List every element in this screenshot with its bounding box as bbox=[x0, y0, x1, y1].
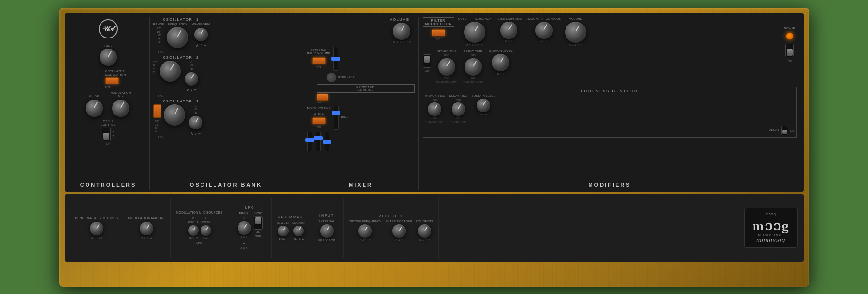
range-16: 16' bbox=[157, 30, 161, 33]
env2-label: ENV. 2 bbox=[188, 237, 198, 240]
lfo-on-label: ON bbox=[256, 230, 261, 234]
key-mode-legato-knob[interactable] bbox=[293, 226, 304, 236]
osc3-wave-tri: ∧ bbox=[190, 131, 193, 136]
filter-mod-on-label: ON bbox=[436, 38, 440, 40]
lc-attack-knob[interactable] bbox=[428, 102, 441, 116]
mod-amount-label: MODULATION AMOUNT bbox=[128, 217, 165, 220]
osc2-lo-label: LO← bbox=[158, 95, 299, 98]
glide-knob[interactable] bbox=[86, 100, 103, 117]
tune-knob[interactable] bbox=[100, 49, 117, 66]
filter-emphasis-knob[interactable] bbox=[500, 22, 517, 39]
lfo-sync-lever bbox=[255, 217, 261, 224]
lfo-wave-symbol: ∿ bbox=[242, 216, 246, 220]
noise-vol-label: NOISE VOLUME bbox=[307, 107, 331, 110]
input-external-knob[interactable] bbox=[320, 224, 334, 238]
power-toggle[interactable] bbox=[785, 44, 794, 57]
modifiers-volume-knob[interactable] bbox=[565, 22, 586, 43]
vel-loudness-knob[interactable] bbox=[418, 224, 431, 238]
lc-decay-toggle[interactable] bbox=[781, 126, 788, 135]
noise-slider[interactable] bbox=[334, 106, 339, 130]
osc3-a-label: A bbox=[113, 130, 114, 134]
osc3-mixer-slider[interactable] bbox=[325, 132, 329, 151]
osc1-range-label: RANGE bbox=[153, 23, 164, 26]
noise-white-label: WHITE bbox=[314, 112, 324, 115]
osc2-frequency-knob[interactable] bbox=[160, 61, 181, 82]
lfo-sync-toggle[interactable] bbox=[254, 216, 263, 230]
moog-brand: mɔɔg bbox=[753, 218, 790, 234]
osc3-wave-saw: / bbox=[195, 131, 196, 136]
power-on-label: ON bbox=[788, 60, 792, 63]
lc-decay-knob[interactable] bbox=[452, 102, 465, 116]
legato-label: LEGATO bbox=[292, 221, 305, 225]
osc3-control-toggle[interactable] bbox=[102, 128, 111, 141]
osc3-b-label: B bbox=[113, 135, 114, 138]
oscillator-bank-section: OSCILLATOR -1 RANGE 32' 16' 8' 4' 2' bbox=[150, 17, 303, 190]
osc-bank-section-label: OSCILLATOR BANK bbox=[190, 182, 262, 188]
decay-time-knob[interactable] bbox=[465, 58, 482, 76]
mixer-section-label: MIXER bbox=[349, 182, 373, 188]
modifiers-section-label: MODIFIERS bbox=[588, 182, 630, 188]
vel-loudness-label: LOUDNESS bbox=[416, 220, 433, 223]
modulation-mix-knob[interactable] bbox=[112, 100, 129, 117]
controllers-section-label: CONTROLLERS bbox=[80, 182, 137, 188]
lc-decay-label: DECAY TIME bbox=[449, 94, 467, 98]
bend-range-knob[interactable] bbox=[90, 222, 103, 235]
moog-company: mɔɔg bbox=[766, 212, 776, 216]
sustain-level-knob[interactable] bbox=[492, 54, 509, 71]
osc-modulation-toggle[interactable] bbox=[105, 77, 119, 84]
cutoff-frequency-knob[interactable] bbox=[464, 22, 485, 43]
attack-time-knob[interactable] bbox=[438, 58, 455, 76]
filter-contour-toggle-lever bbox=[424, 56, 430, 63]
tune-label: TUNE bbox=[104, 44, 113, 48]
osc1-waveform-label: WAVEFORM bbox=[192, 23, 210, 26]
mod-mix-osc3-knob[interactable] bbox=[188, 225, 199, 236]
ext-input-toggle[interactable] bbox=[312, 57, 326, 64]
osc1-freq-label: FREQUENCY bbox=[168, 23, 187, 26]
noise-source-label: NOISE bbox=[201, 221, 210, 224]
ua-logo: 𝒰𝒜 bbox=[99, 19, 118, 38]
range-2: 2' bbox=[157, 40, 161, 43]
filter-contour-on-toggle[interactable] bbox=[423, 54, 431, 68]
power-light bbox=[786, 32, 793, 40]
amount-contour-knob[interactable] bbox=[535, 22, 553, 39]
filter-modulation-label: FILTERMODULATION bbox=[423, 17, 454, 27]
keyboard-control-toggle[interactable] bbox=[317, 94, 328, 101]
power-section: POWER ON bbox=[779, 27, 795, 63]
loudness-contour-label: LOUDNESS CONTOUR bbox=[425, 89, 794, 93]
attack-msec-label: 10—M-SEC.—SEC. bbox=[436, 81, 458, 84]
osc1-mixer-slider[interactable] bbox=[307, 132, 312, 151]
decay-msec-label: 10—M-SEC.—SEC. bbox=[462, 81, 484, 84]
input-section: INPUT EXTERNAL FEEDBACK bbox=[310, 198, 344, 258]
osc3-frequency-knob[interactable] bbox=[164, 104, 185, 126]
ext-input-on-label: ON bbox=[316, 65, 321, 68]
power-label: POWER bbox=[784, 27, 795, 30]
mod-mix-noise-knob[interactable] bbox=[201, 225, 211, 236]
wave-sawtooth: / bbox=[201, 43, 201, 48]
decay-time-label: DECAY TIME bbox=[464, 50, 482, 53]
osc2-mixer-slider[interactable] bbox=[316, 132, 321, 151]
vel-filter-knob[interactable] bbox=[392, 224, 406, 238]
noise-toggle[interactable] bbox=[312, 117, 326, 124]
power-toggle-lever bbox=[787, 49, 793, 56]
mixer-volume-knob[interactable] bbox=[393, 23, 410, 40]
attack-time-label: ATTACK TIME bbox=[437, 50, 457, 53]
mixer-section: VOLUME 046810 bbox=[303, 17, 419, 190]
noise-on-label: ON bbox=[317, 126, 321, 128]
key-mode-lowest-knob[interactable] bbox=[278, 226, 289, 236]
vel-filter-contour-label: FILTER CONTOUR bbox=[385, 220, 412, 223]
osc2-waveform-knob[interactable] bbox=[185, 72, 198, 86]
osc-modulation-label: OSCILLATORMODULATION bbox=[105, 70, 126, 77]
osc1-waveform-knob[interactable] bbox=[194, 28, 208, 41]
osc3-waveform-knob[interactable] bbox=[189, 116, 202, 129]
lc-attack-label: ATTACK TIME bbox=[425, 94, 445, 98]
osc1-frequency-knob[interactable] bbox=[167, 27, 188, 48]
osc3-wave-sq: ⌐ bbox=[198, 131, 201, 136]
vel-cutoff-knob[interactable] bbox=[358, 224, 372, 238]
mod-amount-knob[interactable] bbox=[140, 222, 153, 235]
key-mode-section: KEY MODE LOWEST LAST LEGATO RETRIG bbox=[272, 198, 310, 258]
filter-mod-toggle[interactable] bbox=[432, 29, 445, 36]
lc-decay-toggle-label: DECAY bbox=[769, 128, 780, 132]
ext-input-slider[interactable] bbox=[333, 47, 338, 71]
lfo-freq-knob[interactable] bbox=[238, 221, 251, 235]
lc-sustain-knob[interactable] bbox=[477, 99, 490, 112]
